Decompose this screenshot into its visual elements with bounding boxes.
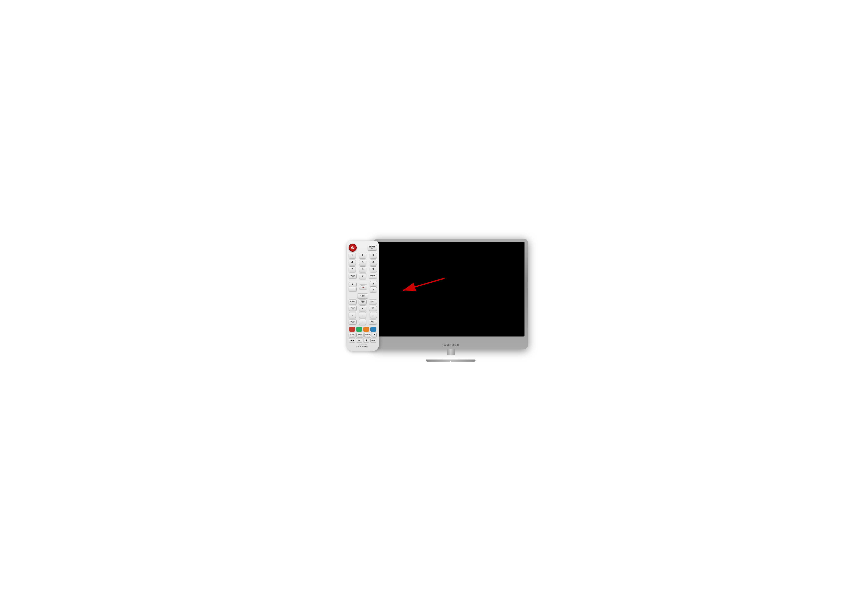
right-button[interactable]: ► — [370, 312, 377, 318]
color-d-button[interactable] — [371, 327, 376, 332]
enter-button[interactable]: ↩ — [359, 312, 366, 318]
source-button[interactable]: SOURCE ⊞⊡ — [368, 245, 377, 251]
scene: SAMSUNG ⏻ SOURCE ⊞⊡ 1 2 3 4 5 — [341, 235, 528, 364]
volume-up-button[interactable]: + — [349, 282, 357, 287]
button-2[interactable]: 2 — [359, 253, 366, 259]
button-4[interactable]: 4 — [349, 260, 356, 265]
power-button[interactable]: ⏻ — [349, 244, 357, 252]
menu-button[interactable]: MENU ⊞⊡ — [359, 299, 367, 304]
channel-up-button[interactable]: ∧ — [370, 281, 377, 287]
divider-2 — [349, 326, 377, 326]
row-return-down-exit: RETURN ↺⊡ ▼ EXIT ↤⊡ — [349, 319, 377, 325]
chlist-button[interactable]: CH LIST ⊞⊡ — [357, 293, 368, 299]
exit-button[interactable]: EXIT ↤⊡ — [369, 320, 377, 324]
color-a-button[interactable] — [349, 327, 355, 332]
color-c-button[interactable] — [363, 327, 369, 332]
row-power-source: ⏻ SOURCE ⊞⊡ — [349, 244, 377, 252]
tv-body: SAMSUNG — [374, 239, 528, 349]
row-emenu-psize-adsubt-stop: E-MENU P.SIZE AD/SUBT ■ — [349, 333, 377, 337]
adsubt-button[interactable]: AD/SUBT — [365, 333, 371, 337]
volume-down-button[interactable]: − — [349, 287, 357, 292]
up-button[interactable]: ▲ — [359, 305, 366, 311]
mediap-button[interactable]: MEDIA.P — [349, 299, 357, 304]
stop-button[interactable]: ■ — [372, 333, 376, 337]
return-button[interactable]: RETURN ↺⊡ — [349, 320, 357, 324]
row-tools-up-info: TOOLS ⊞⊡ ▲ INFO ℹ⊡ — [349, 305, 377, 311]
model-number: AA59-00796A — [349, 344, 377, 345]
power-icon: ⏻ — [351, 246, 354, 250]
color-b-button[interactable] — [356, 327, 362, 332]
button-6[interactable]: 6 — [370, 260, 377, 265]
emenu-button[interactable]: E-MENU — [349, 333, 356, 337]
remote-brand-label: SAMSUNG — [349, 345, 377, 348]
prech-button[interactable]: PRE-CH ↺ — [369, 274, 377, 279]
row-mediap-menu-guide: MEDIA.P MENU ⊞⊡ GUIDE — [349, 299, 377, 304]
row-456: 4 5 6 — [349, 260, 377, 265]
tv-bottom-bar: SAMSUNG — [442, 344, 460, 347]
left-button[interactable]: ◄ — [349, 312, 356, 318]
channel-down-button[interactable]: ∨ — [370, 287, 377, 292]
button-5[interactable]: 5 — [359, 260, 366, 265]
row-789: 7 8 9 — [349, 266, 377, 272]
volume-block: + − — [349, 282, 357, 292]
channel-block: ∧ ∨ — [370, 281, 377, 292]
pause-button[interactable]: ⏸ — [363, 338, 369, 342]
mute-button[interactable]: MUTE 🔇 — [359, 284, 367, 289]
button-7[interactable]: 7 — [349, 266, 356, 272]
tv-screen-area — [376, 242, 525, 336]
button-9[interactable]: 9 — [370, 266, 377, 272]
row-vol-mute-ch: + − MUTE 🔇 ∧ ∨ — [349, 281, 377, 292]
stand-base — [426, 357, 476, 362]
tv-screen — [377, 242, 524, 336]
stand-neck — [447, 349, 455, 355]
row-left-enter-right: ◄ ↩ ► — [349, 312, 377, 318]
tti-mix-button[interactable]: TTI/MIX ⊞⊡ — [349, 274, 357, 279]
row-color-buttons — [349, 327, 377, 332]
button-3[interactable]: 3 — [370, 253, 377, 259]
tv-brand-label: SAMSUNG — [442, 344, 460, 347]
row-123: 1 2 3 — [349, 253, 377, 259]
tools-button[interactable]: TOOLS ⊞⊡ — [349, 306, 357, 311]
fastforward-button[interactable]: ►► — [371, 338, 376, 342]
rewind-button[interactable]: ◄◄ — [349, 338, 355, 342]
play-button[interactable]: ► — [356, 338, 362, 342]
psize-button[interactable]: P.SIZE — [356, 333, 363, 337]
button-8[interactable]: 8 — [359, 266, 366, 272]
guide-button[interactable]: GUIDE — [369, 299, 377, 304]
row-chlist: CH LIST ⊞⊡ — [349, 293, 377, 299]
remote-control: ⏻ SOURCE ⊞⊡ 1 2 3 4 5 6 7 8 9 — [347, 241, 379, 351]
down-button[interactable]: ▼ — [359, 319, 366, 325]
button-0[interactable]: 0 — [359, 273, 366, 279]
row-tti-0-prech: TTI/MIX ⊞⊡ 0 PRE-CH ↺ — [349, 273, 377, 279]
tv-stand — [424, 349, 478, 362]
row-transport: ◄◄ ► ⏸ ►► — [349, 338, 377, 342]
info-button[interactable]: INFO ℹ⊡ — [369, 306, 377, 311]
button-1[interactable]: 1 — [349, 253, 356, 259]
